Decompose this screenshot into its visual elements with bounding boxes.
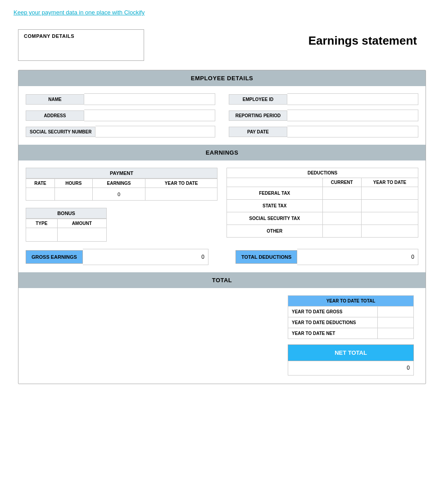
main-card: EMPLOYEE DETAILS NAME ADDRESS bbox=[18, 70, 426, 384]
pay-date-label: PAY DATE bbox=[229, 127, 287, 137]
payment-block: PAYMENT RATE HOURS EARNINGS YEAR TO DATE bbox=[26, 168, 217, 201]
table-row: STATE TAX bbox=[227, 200, 418, 212]
ytd-net-value[interactable] bbox=[378, 328, 414, 339]
table-row bbox=[26, 228, 107, 242]
total-deductions-value: 0 bbox=[297, 249, 418, 265]
earnings-left: PAYMENT RATE HOURS EARNINGS YEAR TO DATE bbox=[26, 168, 217, 242]
employee-id-label: EMPLOYEE ID bbox=[229, 94, 287, 105]
table-row: YEAR TO DATE GROSS bbox=[288, 307, 414, 317]
state-tax-label: STATE TAX bbox=[227, 200, 323, 212]
ssn-field-row: SOCIAL SECURITY NUMBER bbox=[26, 126, 215, 137]
federal-tax-current[interactable] bbox=[322, 187, 361, 200]
total-section-header: TOTAL bbox=[18, 272, 426, 288]
bonus-type-cell[interactable] bbox=[26, 228, 58, 242]
gross-earnings-value: 0 bbox=[83, 249, 208, 265]
payment-col-hours: HOURS bbox=[55, 179, 93, 188]
payment-table-label: PAYMENT bbox=[26, 168, 217, 179]
deductions-col-label bbox=[227, 178, 323, 187]
total-deductions-label: TOTAL DEDUCTIONS bbox=[236, 250, 297, 264]
name-field-row: NAME bbox=[26, 93, 215, 105]
employee-id-field-row: EMPLOYEE ID bbox=[229, 93, 418, 105]
ssn-label: SOCIAL SECURITY NUMBER bbox=[26, 127, 95, 137]
table-row: SOCIAL SECURITY TAX bbox=[227, 212, 418, 225]
other-tax-ytd[interactable] bbox=[361, 225, 418, 238]
employee-fields-right: EMPLOYEE ID REPORTING PERIOD PAY DATE bbox=[229, 93, 418, 137]
federal-tax-ytd[interactable] bbox=[361, 187, 418, 200]
employee-details-body: NAME ADDRESS SOCIAL SECURITY NUMBER bbox=[18, 86, 426, 145]
deductions-table: DEDUCTIONS CURRENT YEAR TO DATE FEDERAL … bbox=[227, 168, 418, 238]
pay-date-value[interactable] bbox=[287, 126, 418, 137]
total-section-body: YEAR TO DATE TOTAL YEAR TO DATE GROSS YE… bbox=[18, 288, 426, 384]
ytd-title-row: YEAR TO DATE TOTAL bbox=[288, 296, 414, 307]
deductions-col-ytd: YEAR TO DATE bbox=[361, 178, 418, 187]
totals-row: GROSS EARNINGS 0 TOTAL DEDUCTIONS 0 bbox=[26, 249, 418, 265]
payment-rate-cell[interactable] bbox=[26, 188, 55, 201]
ytd-gross-label: YEAR TO DATE GROSS bbox=[288, 307, 378, 317]
reporting-period-field-row: REPORTING PERIOD bbox=[229, 110, 418, 121]
other-tax-label: OTHER bbox=[227, 225, 323, 238]
social-security-ytd[interactable] bbox=[361, 212, 418, 225]
deductions-col-current: CURRENT bbox=[322, 178, 361, 187]
address-value[interactable] bbox=[84, 110, 215, 121]
gross-earnings-total: GROSS EARNINGS 0 bbox=[26, 249, 208, 265]
employee-id-value[interactable] bbox=[287, 93, 418, 105]
reporting-period-value[interactable] bbox=[287, 110, 418, 121]
total-deductions-total: TOTAL DEDUCTIONS 0 bbox=[236, 249, 418, 265]
federal-tax-label: FEDERAL TAX bbox=[227, 187, 323, 200]
earnings-right: DEDUCTIONS CURRENT YEAR TO DATE FEDERAL … bbox=[227, 168, 418, 242]
employee-fields-grid: NAME ADDRESS SOCIAL SECURITY NUMBER bbox=[26, 93, 418, 137]
name-label: NAME bbox=[26, 94, 84, 105]
table-row: OTHER bbox=[227, 225, 418, 238]
earnings-header: EARNINGS bbox=[18, 145, 426, 160]
page-title: Earnings statement bbox=[308, 29, 426, 48]
address-label: ADDRESS bbox=[26, 110, 84, 121]
reporting-period-label: REPORTING PERIOD bbox=[229, 110, 287, 121]
ytd-title: YEAR TO DATE TOTAL bbox=[288, 296, 414, 307]
payment-table: RATE HOURS EARNINGS YEAR TO DATE bbox=[26, 179, 217, 201]
table-row: YEAR TO DATE NET bbox=[288, 328, 414, 339]
table-row: YEAR TO DATE DEDUCTIONS bbox=[288, 317, 414, 328]
ytd-deductions-value[interactable] bbox=[378, 317, 414, 328]
top-link-bar: Keep your payment data in one place with… bbox=[0, 0, 444, 25]
social-security-label: SOCIAL SECURITY TAX bbox=[227, 212, 323, 225]
header-row: COMPANY DETAILS Earnings statement bbox=[18, 29, 426, 61]
bonus-col-type: TYPE bbox=[26, 219, 58, 228]
ytd-gross-value[interactable] bbox=[378, 307, 414, 317]
company-details-label: COMPANY DETAILS bbox=[24, 33, 74, 39]
payment-ytd-cell[interactable] bbox=[145, 188, 217, 201]
payment-col-ytd: YEAR TO DATE bbox=[145, 179, 217, 188]
bonus-table: TYPE AMOUNT bbox=[26, 219, 107, 242]
address-field-row: ADDRESS bbox=[26, 110, 215, 121]
page-container: COMPANY DETAILS Earnings statement EMPLO… bbox=[0, 25, 444, 402]
payment-hours-cell[interactable] bbox=[55, 188, 93, 201]
ytd-net-label: YEAR TO DATE NET bbox=[288, 328, 378, 339]
social-security-current[interactable] bbox=[322, 212, 361, 225]
employee-details-header: EMPLOYEE DETAILS bbox=[18, 70, 426, 86]
clockify-link[interactable]: Keep your payment data in one place with… bbox=[14, 9, 145, 16]
ytd-block: YEAR TO DATE TOTAL YEAR TO DATE GROSS YE… bbox=[288, 295, 414, 376]
name-value[interactable] bbox=[84, 93, 215, 105]
bonus-table-label: BONUS bbox=[26, 208, 107, 219]
table-row: FEDERAL TAX bbox=[227, 187, 418, 200]
other-tax-current[interactable] bbox=[322, 225, 361, 238]
bonus-col-amount: AMOUNT bbox=[57, 219, 106, 228]
net-total-label: NET TOTAL bbox=[288, 344, 414, 361]
net-total-block: NET TOTAL 0 bbox=[288, 344, 414, 376]
table-row: 0 bbox=[26, 188, 217, 201]
ssn-value[interactable] bbox=[95, 126, 215, 137]
employee-fields-left: NAME ADDRESS SOCIAL SECURITY NUMBER bbox=[26, 93, 215, 137]
pay-date-field-row: PAY DATE bbox=[229, 126, 418, 137]
gross-earnings-label: GROSS EARNINGS bbox=[26, 250, 83, 264]
deductions-table-label: DEDUCTIONS bbox=[227, 168, 418, 178]
state-tax-ytd[interactable] bbox=[361, 200, 418, 212]
payment-col-rate: RATE bbox=[26, 179, 55, 188]
state-tax-current[interactable] bbox=[322, 200, 361, 212]
ytd-table: YEAR TO DATE TOTAL YEAR TO DATE GROSS YE… bbox=[288, 295, 414, 339]
bonus-amount-cell[interactable] bbox=[57, 228, 106, 242]
earnings-grid: PAYMENT RATE HOURS EARNINGS YEAR TO DATE bbox=[26, 168, 418, 242]
ytd-deductions-label: YEAR TO DATE DEDUCTIONS bbox=[288, 317, 378, 328]
net-total-value: 0 bbox=[288, 361, 414, 376]
payment-col-earnings: EARNINGS bbox=[92, 179, 145, 188]
payment-earnings-cell[interactable]: 0 bbox=[92, 188, 145, 201]
earnings-body: PAYMENT RATE HOURS EARNINGS YEAR TO DATE bbox=[18, 160, 426, 272]
